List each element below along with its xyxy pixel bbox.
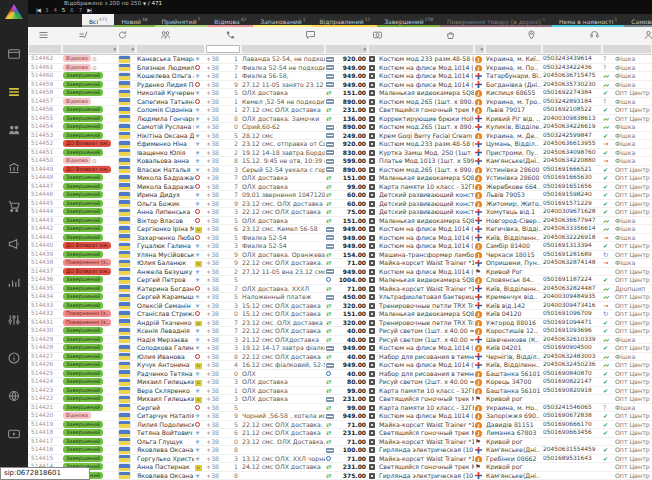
filter-ttn[interactable] [543,45,601,53]
order-row[interactable]: 514452ДО Возврат ож..Єфименко Ніна✳+3822… [28,140,652,149]
order-row[interactable]: 514448ЗавершенийМикола Бадражан+387ОЛХ д… [28,174,652,183]
tab-Новий[interactable]: Новий48 [114,14,154,27]
chat-icon[interactable] [305,30,317,41]
filter-product[interactable] [369,45,473,53]
tab-Завершений[interactable]: Завершений278 [377,14,440,27]
order-row[interactable]: 514417ЗавершенийОльга Глущук✳+38023.12 с… [28,438,652,447]
filter-name[interactable] [137,45,204,53]
order-row[interactable]: 514416ЗавершенийЯковлева Оксана✳+388100.… [28,446,652,455]
order-row[interactable]: 514423ЗавершенийВера Скляренко✳+381ОЛХ д… [28,387,652,396]
tab-Самовивіз[interactable]: Самовивіз2 [624,14,652,27]
orders-list-icon[interactable] [7,85,21,99]
order-row[interactable]: 514441ЗавершенийЗахарченко Люба+385Фиалк… [28,234,652,243]
order-row[interactable]: 514446ЗавершенийИрина Дидух✳+38709.01 зв… [28,191,652,200]
dashboard-icon[interactable] [7,47,21,61]
order-row[interactable]: 514444ЗавершенийАнна Липенська+38322.12 … [28,208,652,217]
order-row[interactable]: 514436ЗавершенийСергей Петров✳+3851004.0… [28,276,652,285]
bank-icon[interactable] [7,161,21,175]
filter-phone-input[interactable] [206,45,240,53]
tab-Запакований[interactable]: Запакований1 [253,14,312,27]
people-icon[interactable] [160,30,172,41]
person-icon[interactable] [643,30,652,41]
tab-Відмова[interactable]: Відмова42 [207,14,253,27]
order-row[interactable]: 514429ЗавершенийНадія Мерзаєва✳+38321.12… [28,336,652,345]
filter-price[interactable] [326,45,367,53]
order-row[interactable]: 514445ЗавершенийОльга Божик✳+38923.12 см… [28,200,652,209]
info-icon[interactable] [7,351,21,365]
order-row[interactable]: 514458ЗавершенийНиколай Кучеренко✳+385ОЛ… [28,89,652,98]
filter-carrier[interactable] [475,45,484,53]
order-row[interactable]: 514435ЗавершенийКатерина Богданова+387ОЛ… [28,285,652,294]
order-row[interactable]: 514428ЗавершенийСолодкова Галина В..✳+38… [28,344,652,353]
order-row[interactable]: 514454ЗавершенийСамотій Руслана Во..✳+38… [28,123,652,132]
order-row[interactable]: 514455ЗавершенийЛюдмила Гончарова✳+388ОЛ… [28,115,652,124]
filter-comment[interactable] [242,45,324,53]
tab-Відправлений[interactable]: Відправлений12 [312,14,377,27]
cart-icon[interactable] [7,199,21,213]
order-row[interactable]: 514457ВідмоваСапегина Татьяна С..+381Кем… [28,98,652,107]
order-row[interactable]: 514443ЗавершенийВіктор Власов+385ОЛХ дос… [28,217,652,226]
order-row[interactable]: 514439ЗавершенийУляна Мусійовська✳+389ОЛ… [28,251,652,260]
order-row[interactable]: 514427ЗавершенийЮлия Иванова+38822.12 см… [28,353,652,362]
display-range-selector[interactable]: Відображено з 200 по 250 ▼ / 471 [64,0,162,7]
order-row[interactable]: 514421ЗавершенийСергей+385⇄99.00Карта па… [28,404,652,413]
filter-status[interactable] [63,45,117,53]
filter-department[interactable] [603,45,651,53]
contacts-icon[interactable] [7,123,21,137]
order-row[interactable]: 514442ЗавершенийСергіюнко Іріна Ми..lc+3… [28,225,652,234]
order-row[interactable]: 514462Відмова⊙Канєвська Тамара ..✳+381Ла… [28,55,652,64]
order-row[interactable]: 514461Відмова⊙Близнюк Людмила ..+387Фиал… [28,64,652,73]
order-row[interactable]: 514430ЗавершенийКсенія Леваднія✳+38722.1… [28,327,652,336]
order-row[interactable]: 514431Повернення (з..Андрій Ткаченкоlc+3… [28,319,652,328]
order-row[interactable]: 514440ДО Возврат ож..Гуцалюк Галина✳+383… [28,242,652,251]
order-row[interactable]: 514413ЗавершенийЯковлева Оксана✳+388⇄375… [28,472,652,480]
order-row[interactable]: 514418ЗавершенийТетяна Войтович✳+38621.1… [28,429,652,438]
first-page-button[interactable]: |◀ [36,7,40,14]
order-row[interactable]: 514459ЗавершенийРуденко Лидия Пав..+3892… [28,81,652,90]
page-button-6[interactable]: 6 [70,7,73,14]
order-row[interactable]: 514438Повернення (з..Юлия Баланюкlc+3892… [28,259,652,268]
order-row[interactable]: 514434ЗавершенийСергей Карамышев✳+385Нал… [28,293,652,302]
order-row[interactable]: 514437ДО Возврат ож..Анжела Безушку✳+382… [28,268,652,277]
page-button-7[interactable]: 7 [79,7,82,14]
filter-country[interactable] [119,45,135,53]
order-row[interactable]: 514432Повернення (з..Станіслав Стрижак+3… [28,310,652,319]
location-pin-icon[interactable] [526,30,538,41]
camera-icon[interactable] [372,30,384,41]
tab-Нема в наявності[interactable]: Нема в наявності1 [552,14,624,27]
order-row[interactable]: 514426ЗавершенийКучук Антонинаlc+38416.1… [28,361,652,370]
filter-id[interactable] [29,45,61,53]
settings-sliders-icon[interactable] [7,313,21,327]
app-logo-icon[interactable] [5,4,23,19]
page-button-5[interactable]: 5 [62,7,65,14]
order-row[interactable]: 514447ЗавершенийМикола Бадражан+387ОЛХ д… [28,183,652,192]
order-row[interactable]: 514453ЗавершенийНікітіна Оксана Дми..✳+3… [28,132,652,141]
tab-Всі[interactable]: Всі471 [82,14,114,27]
filter-region[interactable] [486,45,541,53]
page-button-4[interactable]: 4 [53,7,56,14]
tab-Повернення товару (в дорозі)[interactable]: Повернення товару (в дорозі)0 [440,14,552,27]
stats-chart-icon[interactable] [7,275,21,289]
order-row[interactable]: 514422ЗавершенийМихаил Гилецькийlc+383ОЛ… [28,395,652,404]
order-row[interactable]: 514451ЗавершенийІващенко Юлія✳+38219.12 … [28,149,652,158]
order-row[interactable]: 514425ЗавершенийРадченко Тетяна✳+380ОЛХ4… [28,370,652,379]
phone-icon[interactable] [225,30,237,41]
order-row[interactable]: 514415ЗавершенийГоргулько Христина..✳+38… [28,455,652,464]
megaphone-icon[interactable] [7,237,21,251]
last-page-button[interactable]: ▶| [87,7,91,14]
list-icon[interactable] [38,30,50,41]
order-row[interactable]: 514420ВідмоваСитарчук Наталія Гр..✳+389Ч… [28,412,652,421]
order-row[interactable]: 514449ДО Возврат ож..Власюк Наталья✳+383… [28,166,652,175]
video-tutorial-icon[interactable] [7,427,21,441]
order-row[interactable]: 514419ЗавершенийЛилия Подолинская+38522.… [28,421,652,430]
basket-icon[interactable] [445,30,457,41]
order-row[interactable]: 514450Відмова⊙Ковальова анна✳+38815.12. … [28,157,652,166]
order-row[interactable]: 514456ЗавершенийСоломія Сідоніна✳+38127.… [28,106,652,115]
tab-Прийнятий[interactable]: Прийнятий7 [155,14,208,27]
refresh-icon[interactable] [117,30,129,41]
page-button-3[interactable]: 3 [45,7,48,14]
headset-icon[interactable] [589,30,601,41]
globe-icon[interactable] [7,389,21,403]
order-row[interactable]: 514460ЗавершенийКошелева Ольга Ар..✳+381… [28,72,652,81]
edit-list-icon[interactable] [78,30,90,41]
